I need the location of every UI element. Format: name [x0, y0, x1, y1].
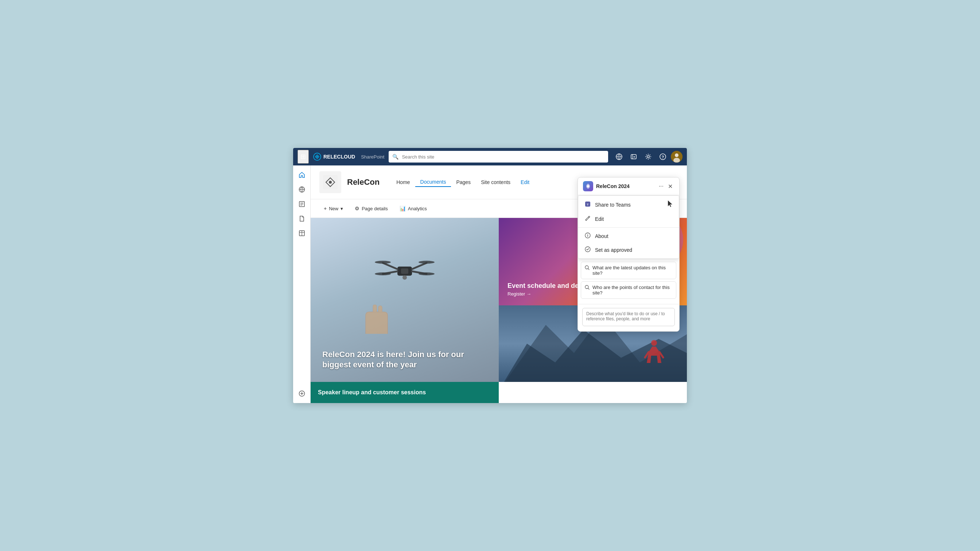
info-icon [584, 232, 591, 240]
teams-icon: T [584, 201, 591, 208]
about-label: About [595, 233, 608, 239]
hero-speaker-text: Speaker lineup and customer sessions [318, 389, 426, 396]
nav-home[interactable]: Home [391, 178, 415, 187]
brand-logo[interactable]: RELECLOUD [313, 153, 355, 161]
svg-line-51 [588, 268, 589, 270]
sidebar-table-icon[interactable] [295, 227, 309, 240]
speaker-heading: Speaker lineup and customer sessions [318, 389, 426, 396]
copilot-close-button[interactable]: ✕ [667, 182, 674, 191]
user-avatar[interactable] [671, 151, 682, 162]
copilot-panel: ReleCon 2024 ··· ✕ T Share to Teams [578, 177, 679, 332]
copilot-more-button[interactable]: ··· [657, 182, 665, 191]
menu-divider [578, 227, 679, 228]
suggestion-search-icon-1 [585, 265, 590, 271]
svg-point-33 [375, 272, 391, 275]
svg-rect-26 [401, 268, 408, 274]
suggestion-1[interactable]: What are the latest updates on this site… [581, 262, 676, 279]
top-navbar: ⊞ RELECLOUD SharePoint 🔍 [293, 148, 687, 165]
analytics-button[interactable]: 📊 Analytics [395, 203, 431, 214]
hand-icon [355, 305, 398, 338]
nav-documents[interactable]: Documents [415, 178, 451, 187]
svg-rect-4 [631, 154, 636, 159]
site-logo [320, 171, 341, 193]
copilot-header-actions: ··· ✕ [657, 182, 674, 191]
edit-label: Edit [595, 216, 604, 222]
search-input[interactable] [389, 151, 608, 162]
svg-point-5 [647, 156, 649, 158]
sidebar-list-icon[interactable] [295, 197, 309, 211]
sidebar-doc-icon[interactable] [295, 212, 309, 225]
svg-line-27 [383, 263, 398, 269]
copilot-suggestions: What are the latest updates on this site… [578, 259, 679, 304]
suggestion-2-text: Who are the points of contact for this s… [592, 284, 672, 295]
copilot-header: ReleCon 2024 ··· ✕ [578, 178, 679, 195]
copilot-input[interactable] [582, 308, 675, 326]
page-details-button[interactable]: ⚙ Page details [350, 203, 392, 214]
svg-point-31 [375, 260, 391, 264]
left-sidebar [293, 165, 310, 403]
share-to-teams-label: Share to Teams [595, 202, 631, 208]
copilot-input-area [578, 304, 679, 331]
set-approved-item[interactable]: Set as approved [578, 243, 679, 257]
page-details-label: Page details [362, 206, 388, 211]
sidebar-add-icon[interactable] [295, 387, 309, 400]
sidebar-globe-icon[interactable] [295, 183, 309, 196]
svg-point-1 [317, 156, 318, 157]
drone-icon [368, 246, 441, 304]
new-chevron-icon: ▾ [340, 206, 343, 211]
cursor-pointer [667, 200, 673, 209]
copilot-logo-icon [583, 181, 593, 191]
help-icon-btn[interactable]: ? [656, 150, 670, 163]
waffle-button[interactable]: ⊞ [298, 150, 309, 164]
share-to-teams-item[interactable]: T Share to Teams [578, 197, 679, 212]
svg-point-24 [329, 181, 332, 184]
svg-point-35 [402, 275, 407, 279]
edit-item[interactable]: Edit [578, 212, 679, 226]
analytics-label: Analytics [408, 206, 427, 211]
svg-point-34 [418, 272, 434, 275]
new-label: New [329, 206, 338, 211]
settings-small-icon: ⚙ [355, 205, 360, 211]
svg-text:?: ? [662, 155, 664, 159]
svg-point-38 [651, 340, 657, 346]
new-button[interactable]: + New ▾ [320, 203, 347, 214]
search-container: 🔍 [389, 151, 608, 162]
svg-point-9 [675, 153, 678, 157]
hero-bottom-right-panel: Speaker lineup and customer sessions [310, 382, 499, 403]
svg-line-53 [588, 288, 589, 289]
nav-pages[interactable]: Pages [451, 178, 476, 187]
sidebar-home-icon[interactable] [295, 168, 309, 181]
svg-line-28 [412, 263, 426, 269]
top-nav-actions: ? [612, 150, 682, 163]
edit-icon [584, 215, 591, 223]
analytics-icon: 📊 [399, 205, 406, 211]
nav-edit[interactable]: Edit [515, 178, 535, 187]
svg-marker-44 [668, 200, 672, 207]
brand-name: RELECLOUD [323, 154, 355, 160]
suggestion-1-text: What are the latest updates on this site… [592, 265, 672, 276]
hero-main-heading: ReleCon 2024 is here! Join us for our bi… [322, 349, 487, 370]
back-icon-btn[interactable] [627, 150, 640, 163]
nav-site-contents[interactable]: Site contents [476, 178, 515, 187]
svg-point-48 [587, 234, 588, 235]
svg-text:T: T [587, 203, 589, 206]
suggestion-search-icon-2 [585, 285, 590, 291]
hero-left-panel: ReleCon 2024 is here! Join us for our bi… [310, 218, 499, 382]
hero-main-text: ReleCon 2024 is here! Join us for our bi… [322, 349, 487, 370]
dropdown-menu: T Share to Teams [578, 195, 679, 259]
search-icon: 🔍 [392, 154, 398, 160]
set-approved-label: Set as approved [595, 247, 632, 253]
suggestion-2[interactable]: Who are the points of contact for this s… [581, 281, 676, 299]
settings-icon-btn[interactable] [642, 150, 655, 163]
about-item[interactable]: About [578, 229, 679, 243]
app-name-label: SharePoint [361, 154, 384, 160]
plus-icon: + [324, 205, 327, 211]
svg-point-41 [587, 185, 589, 187]
svg-point-32 [418, 260, 434, 264]
site-title: ReleCon [347, 178, 380, 187]
language-icon-btn[interactable] [612, 150, 625, 163]
check-circle-icon [584, 246, 591, 254]
copilot-panel-title: ReleCon 2024 [596, 183, 654, 189]
